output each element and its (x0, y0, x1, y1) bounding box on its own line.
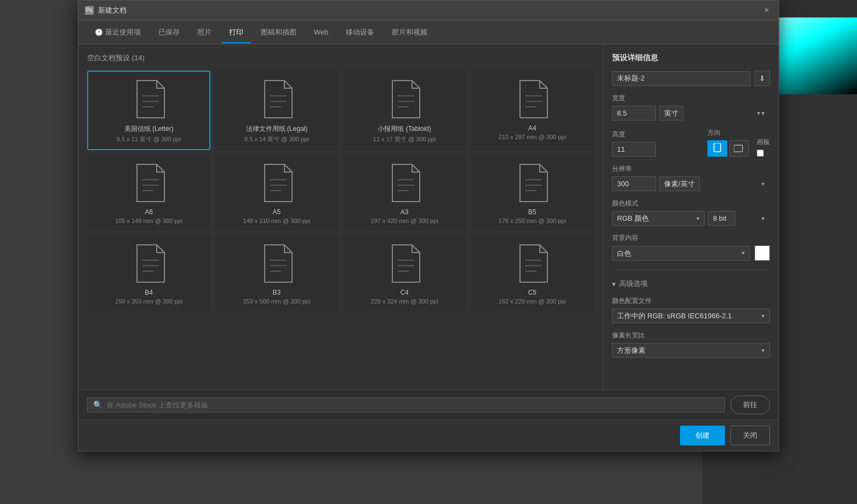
divider (612, 270, 770, 270)
card-size-c4: 229 x 324 mm @ 300 ppi (371, 298, 438, 305)
bit-depth-select[interactable]: 8 bit 16 bit 32 bit (708, 211, 735, 226)
portrait-button[interactable] (707, 140, 727, 157)
resolution-label: 分辨率 (612, 164, 770, 174)
template-card-a5[interactable]: A5148 x 210 mm @ 300 ppi (215, 154, 338, 231)
width-field: 宽度 英寸 像素 厘米 毫米 ▼ (612, 94, 770, 121)
template-card-legal[interactable]: 法律文件用纸 (Legal)8.5 x 14 英寸 @ 300 ppi (215, 71, 338, 150)
width-unit-select[interactable]: 英寸 像素 厘米 毫米 (659, 106, 683, 121)
template-card-b5[interactable]: B5176 x 250 mm @ 300 ppi (471, 154, 594, 231)
height-input[interactable] (612, 142, 656, 157)
resolution-field: 分辨率 像素/英寸 像素/厘米 (612, 164, 770, 191)
doc-icon-b4 (133, 244, 165, 283)
tab-web[interactable]: Web (306, 22, 336, 42)
orientation-label: 方向 (707, 128, 749, 138)
card-name-b5: B5 (528, 208, 536, 216)
template-card-tabloid[interactable]: 小报用纸 (Tabloid)11 x 17 英寸 @ 300 ppi (343, 71, 466, 150)
resolution-input[interactable] (612, 176, 656, 191)
orientation-section: 方向 (707, 128, 749, 157)
card-size-letter: 8.5 x 11 英寸 @ 300 ppi (117, 135, 181, 144)
color-profile-label: 颜色配置文件 (612, 296, 770, 306)
search-wrapper: 🔍 (87, 397, 725, 413)
section-title: 空白文档预设 (14) (87, 53, 594, 63)
height-label: 高度 (612, 130, 700, 139)
save-preset-button[interactable]: ⬇ (755, 71, 770, 86)
action-buttons: 创建 关闭 (78, 420, 779, 451)
svg-rect-37 (734, 145, 742, 152)
svg-rect-36 (714, 143, 721, 152)
template-card-a6[interactable]: A6105 x 148 mm @ 300 ppi (87, 154, 210, 231)
search-bar: 🔍 前往 (78, 390, 779, 420)
canvas-checkbox-input[interactable] (757, 150, 764, 157)
tab-print[interactable]: 打印 (221, 22, 251, 43)
advanced-toggle[interactable]: ▾ 高级选项 (612, 279, 770, 289)
height-orientation-row: 高度 方向 画板 (612, 128, 770, 157)
color-mode-wrapper: RGB 颜色 CMYK 颜色 灰度 (612, 211, 705, 226)
bg-content-select[interactable]: 白色 黑色 背景色 透明 (612, 246, 750, 261)
template-card-c4[interactable]: C4229 x 324 mm @ 300 ppi (343, 235, 466, 311)
tab-recent[interactable]: 🕐 最近使用项 (87, 22, 148, 43)
bg-color-swatch[interactable] (755, 245, 770, 261)
doc-icon-legal (260, 79, 293, 119)
title-bar-left: Ps 新建文档 (85, 5, 127, 15)
tab-photo[interactable]: 照片 (190, 22, 219, 43)
left-panel: 空白文档预设 (14) 美国信纸 (Letter)8.5 x 11 英寸 @ 3… (78, 44, 603, 390)
tab-film[interactable]: 胶片和视频 (384, 22, 435, 43)
pixel-ratio-select[interactable]: 方形像素 (612, 343, 770, 358)
landscape-button[interactable] (729, 140, 749, 157)
bit-depth-wrapper: 8 bit 16 bit 32 bit (708, 211, 770, 226)
template-card-c5[interactable]: C5162 x 229 mm @ 300 ppi (471, 235, 594, 311)
color-mode-label: 颜色模式 (612, 199, 770, 208)
card-name-legal: 法律文件用纸 (Legal) (246, 124, 308, 134)
template-card-b4[interactable]: B4250 x 353 mm @ 300 ppi (87, 235, 210, 311)
close-dialog-button[interactable]: × (761, 5, 772, 16)
template-card-a3[interactable]: A3297 x 420 mm @ 300 ppi (343, 154, 466, 231)
doc-icon-a4 (516, 79, 549, 119)
advanced-label: 高级选项 (619, 279, 648, 289)
preset-name-row: ⬇ (612, 71, 770, 86)
height-field: 高度 (612, 130, 700, 157)
width-unit-wrapper: 英寸 像素 厘米 毫米 ▼ (659, 106, 770, 121)
card-size-a6: 105 x 148 mm @ 300 ppi (115, 217, 182, 224)
close-button[interactable]: 关闭 (730, 426, 770, 445)
search-icon: 🔍 (93, 400, 102, 409)
tab-mobile[interactable]: 移动设备 (338, 22, 382, 43)
card-name-a5: A5 (273, 208, 281, 216)
card-size-b4: 250 x 353 mm @ 300 ppi (115, 298, 182, 305)
pixel-ratio-wrapper: 方形像素 (612, 343, 770, 358)
template-card-a4[interactable]: A4210 x 297 mm @ 300 ppi (471, 71, 594, 150)
bg-content-field: 背景内容 白色 黑色 背景色 透明 (612, 233, 770, 261)
doc-icon-tabloid (388, 79, 421, 119)
template-card-b3[interactable]: B3353 x 500 mm @ 300 ppi (215, 235, 338, 311)
dialog-content: 空白文档预设 (14) 美国信纸 (Letter)8.5 x 11 英寸 @ 3… (78, 44, 779, 390)
preset-details-title: 预设详细信息 (612, 53, 770, 63)
tab-recent-icon: 🕐 (95, 28, 103, 36)
card-name-letter: 美国信纸 (Letter) (124, 124, 174, 134)
bg-content-wrapper: 白色 黑色 背景色 透明 (612, 246, 750, 261)
card-size-a3: 297 x 420 mm @ 300 ppi (371, 217, 438, 224)
title-bar: Ps 新建文档 × (78, 1, 779, 20)
tab-saved[interactable]: 已保存 (151, 22, 187, 43)
doc-icon-c4 (388, 244, 421, 283)
doc-icon-a5 (260, 163, 293, 203)
width-input[interactable] (612, 106, 656, 121)
pixel-ratio-field: 像素长宽比 方形像素 (612, 331, 770, 358)
color-mode-select[interactable]: RGB 颜色 CMYK 颜色 灰度 (612, 211, 705, 226)
tab-art[interactable]: 图稿和插图 (253, 22, 304, 43)
search-input[interactable] (107, 401, 719, 409)
canvas-section: 画板 (757, 138, 770, 157)
template-grid-wrapper[interactable]: 美国信纸 (Letter)8.5 x 11 英寸 @ 300 ppi 法律文件用… (87, 71, 594, 381)
goto-button[interactable]: 前往 (730, 396, 770, 414)
template-card-letter[interactable]: 美国信纸 (Letter)8.5 x 11 英寸 @ 300 ppi (87, 71, 210, 150)
create-button[interactable]: 创建 (680, 426, 725, 445)
doc-icon-a3 (388, 163, 421, 203)
resolution-unit-select[interactable]: 像素/英寸 像素/厘米 (659, 176, 700, 191)
bg-content-label: 背景内容 (612, 233, 770, 243)
card-size-c5: 162 x 229 mm @ 300 ppi (499, 298, 566, 305)
template-grid: 美国信纸 (Letter)8.5 x 11 英寸 @ 300 ppi 法律文件用… (87, 71, 594, 311)
advanced-chevron: ▾ (612, 280, 616, 288)
card-name-a6: A6 (145, 208, 153, 216)
color-profile-select[interactable]: 工作中的 RGB: sRGB IEC61966-2.1 (612, 308, 770, 323)
card-size-a4: 210 x 297 mm @ 300 ppi (499, 134, 566, 140)
doc-icon-b3 (260, 244, 293, 283)
preset-name-input[interactable] (612, 71, 750, 86)
